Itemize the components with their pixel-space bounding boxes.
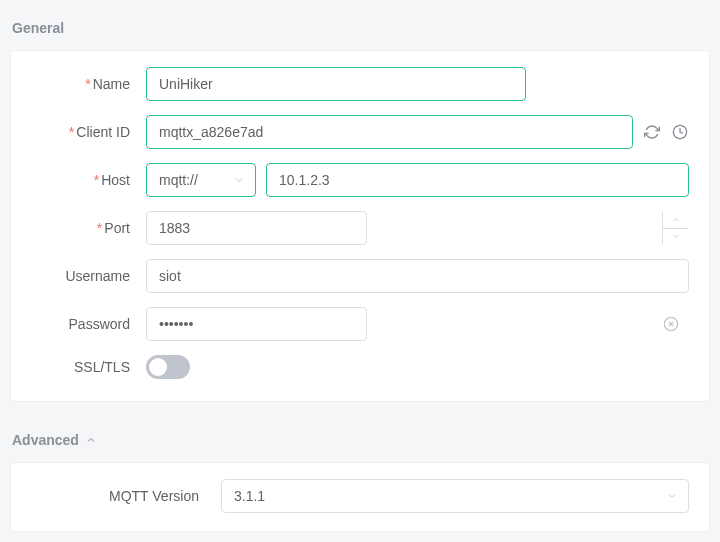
host-label: *Host bbox=[31, 172, 136, 188]
advanced-panel: MQTT Version 3.1.1 bbox=[10, 462, 710, 532]
ssl-toggle[interactable] bbox=[146, 355, 190, 379]
name-input[interactable] bbox=[146, 67, 526, 101]
general-panel: *Name *Client ID *Host mqtt:// *Port bbox=[10, 50, 710, 402]
clientid-label: *Client ID bbox=[31, 124, 136, 140]
password-label: Password bbox=[31, 316, 136, 332]
port-input[interactable] bbox=[146, 211, 367, 245]
host-row: *Host mqtt:// bbox=[31, 163, 689, 197]
username-input[interactable] bbox=[146, 259, 689, 293]
password-row: Password bbox=[31, 307, 689, 341]
general-section-title: General bbox=[12, 20, 710, 36]
port-row: *Port bbox=[31, 211, 689, 245]
chevron-up-icon bbox=[85, 434, 97, 446]
toggle-knob bbox=[149, 358, 167, 376]
mqtt-version-label: MQTT Version bbox=[31, 488, 211, 504]
port-decrement[interactable] bbox=[663, 229, 688, 245]
chevron-down-icon bbox=[666, 490, 678, 502]
mqtt-version-row: MQTT Version 3.1.1 bbox=[31, 479, 689, 513]
name-row: *Name bbox=[31, 67, 689, 101]
clear-icon[interactable] bbox=[663, 316, 679, 332]
mqtt-version-value: 3.1.1 bbox=[234, 488, 265, 504]
scheme-value: mqtt:// bbox=[159, 172, 198, 188]
clientid-input[interactable] bbox=[146, 115, 633, 149]
refresh-icon[interactable] bbox=[643, 123, 661, 141]
username-row: Username bbox=[31, 259, 689, 293]
host-input[interactable] bbox=[266, 163, 689, 197]
port-increment[interactable] bbox=[663, 212, 688, 229]
port-spinner bbox=[662, 212, 688, 244]
clientid-row: *Client ID bbox=[31, 115, 689, 149]
advanced-section-toggle[interactable]: Advanced bbox=[12, 432, 710, 448]
mqtt-version-select[interactable]: 3.1.1 bbox=[221, 479, 689, 513]
password-input[interactable] bbox=[146, 307, 367, 341]
name-label: *Name bbox=[31, 76, 136, 92]
port-label: *Port bbox=[31, 220, 136, 236]
ssl-label: SSL/TLS bbox=[31, 359, 136, 375]
history-icon[interactable] bbox=[671, 123, 689, 141]
ssl-row: SSL/TLS bbox=[31, 355, 689, 379]
scheme-select[interactable]: mqtt:// bbox=[146, 163, 256, 197]
username-label: Username bbox=[31, 268, 136, 284]
chevron-down-icon bbox=[233, 174, 245, 186]
